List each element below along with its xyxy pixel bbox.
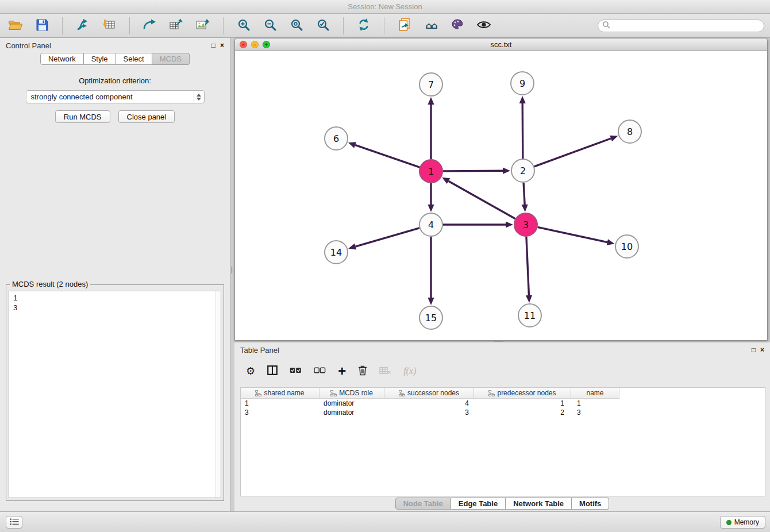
- splitter-handle-icon: [231, 267, 233, 273]
- close-table-panel-icon[interactable]: ×: [760, 346, 764, 353]
- refresh-button[interactable]: [355, 17, 372, 34]
- criterion-selected-value: strongly connected component: [31, 92, 133, 101]
- table-row[interactable]: 3 dominator 3 2 3: [241, 408, 765, 417]
- select-all-columns-button[interactable]: [290, 367, 302, 376]
- result-scrollbar[interactable]: [215, 291, 221, 498]
- window-close-button[interactable]: ×: [240, 41, 247, 48]
- graph-node-label: 8: [627, 126, 633, 137]
- mcds-result-group: MCDS result (2 nodes) 1 3: [6, 284, 224, 501]
- table-panel-header: Table Panel □ ×: [234, 342, 770, 357]
- graph-edge-2-9[interactable]: [522, 103, 523, 159]
- delete-table-button-disabled: [379, 367, 391, 376]
- export-network-icon: [143, 18, 157, 33]
- window-zoom-button[interactable]: +: [263, 41, 270, 48]
- cell-predecessor-nodes[interactable]: 2: [474, 408, 571, 417]
- open-session-button[interactable]: [7, 17, 24, 34]
- cell-predecessor-nodes[interactable]: 1: [474, 399, 571, 408]
- import-table-button[interactable]: [101, 17, 118, 34]
- search-input[interactable]: [613, 21, 764, 31]
- graph-node-label: 6: [333, 133, 339, 144]
- cell-shared-name[interactable]: 3: [241, 408, 319, 417]
- tab-select[interactable]: Select: [116, 53, 152, 65]
- cell-name[interactable]: 3: [571, 408, 619, 417]
- table-header-row: shared name MCDS role successor nodes pr…: [241, 388, 765, 399]
- graph-node-label: 4: [428, 219, 434, 230]
- create-column-button[interactable]: +: [338, 365, 346, 377]
- tab-mcds[interactable]: MCDS: [152, 53, 190, 65]
- zoom-in-button[interactable]: [235, 17, 252, 34]
- run-mcds-button[interactable]: Run MCDS: [55, 110, 110, 123]
- vertical-splitter[interactable]: [230, 38, 234, 511]
- float-panel-icon[interactable]: □: [211, 42, 215, 49]
- export-table-button[interactable]: [168, 17, 185, 34]
- graph-edge-2-8[interactable]: [534, 138, 611, 167]
- table-row[interactable]: 1 dominator 4 1 1: [241, 399, 765, 408]
- network-canvas[interactable]: 7968124314101511: [235, 51, 767, 340]
- search-field[interactable]: [598, 20, 764, 32]
- show-columns-button[interactable]: [267, 365, 278, 377]
- column-label: name: [586, 389, 603, 397]
- graph-edge-3-10[interactable]: [538, 227, 607, 242]
- close-panel-button[interactable]: Close panel: [118, 110, 175, 123]
- network-svg[interactable]: 7968124314101511: [235, 51, 767, 340]
- graph-edge-arrowhead-icon: [348, 244, 356, 250]
- columns-icon: [267, 365, 278, 377]
- graph-edge-arrowhead-icon: [610, 136, 618, 142]
- cell-successor-nodes[interactable]: 4: [384, 399, 474, 408]
- mcds-result-list[interactable]: 1 3: [9, 291, 221, 498]
- column-header-successor-nodes[interactable]: successor nodes: [384, 388, 474, 399]
- zoom-out-button[interactable]: [261, 17, 279, 34]
- graph-edge-3-11[interactable]: [526, 237, 529, 295]
- column-header-name[interactable]: name: [571, 388, 619, 399]
- cell-successor-nodes[interactable]: 3: [384, 408, 474, 417]
- export-image-button[interactable]: [194, 17, 211, 34]
- graph-edge-2-3[interactable]: [523, 183, 525, 205]
- network-window-title: scc.txt: [235, 40, 767, 49]
- graph-edge-3-1[interactable]: [448, 181, 515, 219]
- save-session-button[interactable]: [33, 17, 51, 34]
- table-settings-button[interactable]: ⚙: [246, 366, 255, 376]
- tab-motifs[interactable]: Motifs: [572, 498, 609, 510]
- cell-mcds-role[interactable]: dominator: [319, 408, 384, 417]
- column-header-shared-name[interactable]: shared name: [241, 388, 319, 399]
- delete-column-button[interactable]: [358, 365, 367, 377]
- graph-edge-1-6[interactable]: [355, 145, 419, 167]
- cell-name[interactable]: 1: [571, 399, 619, 408]
- tab-network-table[interactable]: Network Table: [506, 498, 572, 510]
- criterion-dropdown[interactable]: strongly connected component: [26, 90, 205, 103]
- deselect-all-columns-button[interactable]: [314, 367, 326, 376]
- graph-edge-1-2[interactable]: [443, 171, 503, 171]
- close-panel-icon[interactable]: ×: [220, 42, 224, 49]
- app-titlebar[interactable]: Session: New Session: [0, 0, 770, 14]
- float-table-panel-icon[interactable]: □: [752, 346, 756, 353]
- zoom-selected-icon: [317, 18, 330, 33]
- tab-style[interactable]: Style: [84, 53, 116, 65]
- memory-button[interactable]: Memory: [720, 516, 765, 529]
- show-hide-button[interactable]: [475, 17, 492, 34]
- column-label: predecessor nodes: [497, 389, 556, 397]
- cell-mcds-role[interactable]: dominator: [319, 399, 384, 408]
- application-window: Session: New Session: [0, 0, 770, 532]
- tab-network[interactable]: Network: [40, 53, 84, 65]
- function-builder-button-disabled: f(x): [403, 366, 416, 376]
- tab-edge-table[interactable]: Edge Table: [451, 498, 506, 510]
- home-view-button[interactable]: ⌂⌂: [422, 17, 440, 34]
- import-network-button[interactable]: [74, 17, 91, 34]
- mcds-result-title: MCDS result (2 nodes): [10, 280, 90, 288]
- window-minimize-button[interactable]: −: [251, 41, 259, 48]
- column-header-predecessor-nodes[interactable]: predecessor nodes: [474, 388, 571, 399]
- graph-edge-4-14[interactable]: [356, 228, 419, 246]
- zoom-selected-button[interactable]: [314, 17, 332, 34]
- copy-view-button[interactable]: [396, 17, 413, 34]
- graph-node-label: 14: [330, 247, 342, 258]
- network-window-titlebar[interactable]: × − + scc.txt: [235, 38, 767, 51]
- zoom-fit-button[interactable]: [288, 17, 305, 34]
- export-network-button[interactable]: [141, 17, 159, 34]
- column-header-mcds-role[interactable]: MCDS role: [319, 388, 384, 399]
- column-label: MCDS role: [339, 389, 373, 397]
- tab-node-table[interactable]: Node Table: [395, 498, 451, 510]
- show-console-button[interactable]: [6, 516, 22, 529]
- apply-style-button[interactable]: [449, 17, 466, 34]
- style-palette-icon: [451, 18, 464, 33]
- cell-shared-name[interactable]: 1: [241, 399, 319, 408]
